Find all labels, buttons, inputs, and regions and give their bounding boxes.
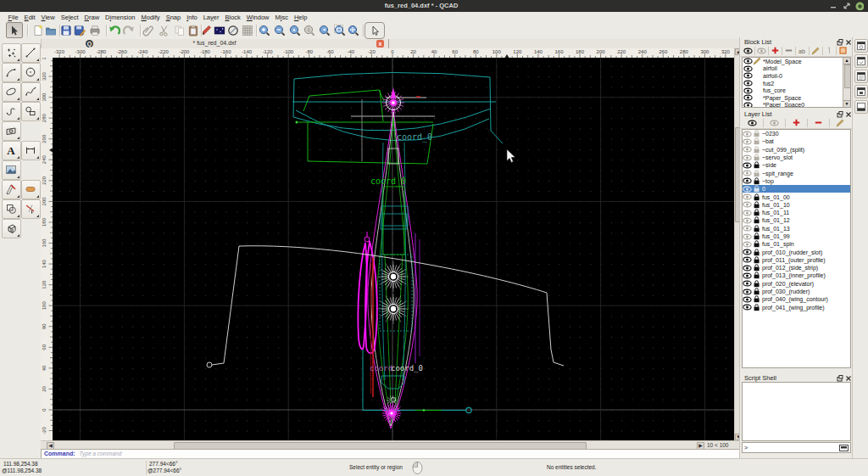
tool-line[interactable]: [21, 43, 41, 63]
menu-modify[interactable]: Modify: [138, 14, 163, 21]
tool-viewport[interactable]: [2, 121, 21, 141]
menu-edit[interactable]: Edit: [21, 14, 38, 21]
layer-row[interactable]: fus_01_10: [743, 201, 850, 209]
tool-spline[interactable]: [21, 82, 41, 102]
tool-polyline[interactable]: [2, 102, 21, 121]
unlock-icon[interactable]: [752, 154, 760, 161]
eye-on-icon[interactable]: [743, 265, 752, 272]
scroll-down-icon[interactable]: ▼: [843, 100, 850, 107]
document-tab[interactable]: * fus_red_04.dxf: [51, 40, 378, 46]
clip-button[interactable]: [142, 24, 155, 37]
eye-off-icon[interactable]: [743, 146, 752, 153]
lock-icon[interactable]: [752, 232, 760, 240]
layer-row[interactable]: fus_01_spin: [743, 240, 850, 248]
eye-off-icon[interactable]: [743, 210, 752, 216]
minimize-button[interactable]: [829, 2, 837, 10]
block-row[interactable]: *Paper_Space: [743, 94, 850, 102]
unlock-icon[interactable]: [752, 185, 760, 193]
zoom-out-button[interactable]: [273, 24, 287, 37]
close-button[interactable]: [855, 2, 864, 10]
layer-row[interactable]: ~servo_slot: [743, 154, 850, 161]
zoom-pan-button[interactable]: [347, 24, 360, 37]
menu-info[interactable]: Info: [184, 14, 201, 21]
close-panel-icon[interactable]: [845, 39, 852, 46]
tool-solid-fill[interactable]: [21, 180, 41, 199]
pointer-button[interactable]: [6, 22, 23, 38]
eye-on-icon[interactable]: [743, 94, 753, 101]
lock-icon[interactable]: [752, 161, 760, 169]
eye-on-icon[interactable]: [743, 249, 752, 255]
layer-row[interactable]: prof_030_(rudder): [743, 288, 850, 295]
drawing-canvas[interactable]: coord_0coord_0coordcoord_0: [53, 58, 734, 440]
layer-row[interactable]: 0: [743, 185, 850, 193]
open-folder-button[interactable]: [44, 24, 58, 37]
zoom-one-button[interactable]: 1: [303, 24, 316, 37]
float-panel-icon[interactable]: [837, 375, 843, 382]
panel-block-list-toggle[interactable]: [854, 85, 868, 98]
lock-icon[interactable]: [752, 288, 760, 295]
unlock-icon[interactable]: [752, 130, 760, 137]
eye-on-icon[interactable]: [743, 256, 752, 263]
lock-icon[interactable]: [752, 264, 760, 272]
eye-on-icon[interactable]: [743, 304, 752, 311]
eye-off-icon[interactable]: [743, 154, 752, 161]
tool-circle[interactable]: [21, 63, 41, 82]
layer-row[interactable]: ~cut_099_(split): [743, 146, 850, 154]
eye-on-icon[interactable]: [743, 80, 753, 87]
menu-window[interactable]: Window: [243, 14, 272, 21]
tool-points[interactable]: [2, 43, 21, 63]
layer-row[interactable]: prof_012_(side_strip): [743, 264, 850, 272]
menu-misc[interactable]: Misc: [272, 14, 291, 21]
panel-layer-list-toggle[interactable]: [854, 70, 868, 83]
menu-snap[interactable]: Snap: [163, 14, 184, 21]
pointer-reset-button[interactable]: [364, 22, 385, 39]
layer-row[interactable]: ~side: [743, 161, 850, 169]
block-row[interactable]: *Paper_Space0: [743, 102, 850, 108]
cut-button[interactable]: [158, 24, 171, 37]
block-list-scrollbar[interactable]: ▲ ▼: [843, 58, 850, 107]
eye-off-icon[interactable]: [743, 186, 752, 193]
tool-dimension[interactable]: [21, 141, 41, 160]
panel-command-line-toggle[interactable]: [854, 100, 868, 114]
lock-icon[interactable]: [752, 249, 760, 256]
lock-icon[interactable]: [752, 201, 760, 209]
minus-grey-icon[interactable]: [782, 46, 794, 55]
zoom-auto-button[interactable]: [288, 24, 302, 37]
menu-view[interactable]: View: [38, 14, 58, 21]
lock-icon[interactable]: [752, 304, 760, 311]
float-panel-icon[interactable]: [837, 111, 843, 118]
block-row[interactable]: *Model_Space: [743, 58, 850, 65]
zoom-in-button[interactable]: [258, 24, 271, 37]
layer-row[interactable]: prof_040_(wing_contour): [743, 295, 850, 303]
lock-icon[interactable]: [752, 240, 760, 248]
menu-block[interactable]: Block: [222, 14, 243, 21]
tool-box3d[interactable]: [2, 219, 21, 238]
eye-on-icon[interactable]: [743, 288, 752, 295]
tool-ellipse[interactable]: [2, 82, 21, 102]
maximize-button[interactable]: [843, 2, 851, 10]
lock-icon[interactable]: [752, 193, 760, 201]
eye-off-icon[interactable]: [743, 241, 752, 248]
eye-on-icon[interactable]: [743, 87, 753, 94]
menu-layer[interactable]: Layer: [200, 14, 222, 21]
lock-icon[interactable]: [752, 177, 760, 185]
scroll-up-icon[interactable]: ▲: [843, 58, 850, 64]
float-panel-icon[interactable]: [837, 39, 843, 46]
background-color-button[interactable]: [213, 24, 226, 37]
eye-on-icon[interactable]: [742, 118, 762, 127]
print-button[interactable]: [88, 24, 102, 37]
eye-off-icon[interactable]: [743, 193, 752, 200]
eye-on-icon[interactable]: [743, 72, 753, 79]
eye-off-icon[interactable]: [743, 217, 752, 224]
tab-close-icon[interactable]: x: [376, 40, 384, 48]
paste-button[interactable]: [186, 24, 200, 37]
shell-history-icon[interactable]: [839, 445, 849, 451]
lock-icon[interactable]: [752, 295, 760, 303]
block-row[interactable]: airfoil: [743, 65, 850, 73]
close-panel-icon[interactable]: [845, 375, 852, 382]
unlock-icon[interactable]: [752, 137, 760, 145]
orange-box-icon[interactable]: [837, 46, 849, 55]
layer-row[interactable]: prof_010_(rudder_slot): [743, 248, 850, 255]
menu-file[interactable]: File: [5, 14, 21, 21]
tool-trim[interactable]: [21, 199, 41, 219]
